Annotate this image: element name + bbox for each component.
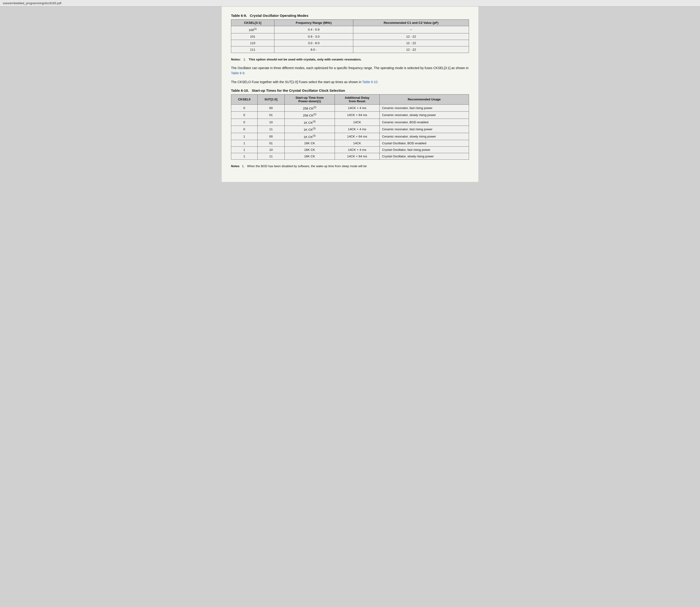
table-610-col4-header: Additional Delay from Reset — [335, 94, 379, 104]
table-69-label: Crystal Oscillator Operating Modes — [250, 14, 308, 18]
body-paragraph-2: The CKSELO Fuse together with the SUT[1:… — [231, 79, 469, 85]
url-text: sses/embedded_programming/doc8183.pdf — [3, 1, 61, 5]
bottom-notes-label: Notes — [231, 164, 239, 168]
bottom-notes-text: When the BOD has been disabled by softwa… — [247, 164, 367, 168]
table-610-col2-header: SUT[1:0] — [257, 94, 284, 104]
body-text-1: The Oscillator can operate in three diff… — [231, 66, 468, 70]
table-69: CKSEL[3:1] Frequency Range (MHz) Recomme… — [231, 19, 469, 53]
table-610-col1-header: CKSEL0 — [231, 94, 258, 104]
table-69-title: Table 6-9. Crystal Oscillator Operating … — [231, 14, 469, 18]
body-text-2: The CKSELO Fuse together with the SUT[1:… — [231, 80, 362, 84]
notes-label: Notes: — [231, 58, 241, 61]
table-69-col2-header: Frequency Range (MHz) — [274, 20, 353, 26]
table-610-num: Table 6-10. — [231, 88, 249, 92]
table-610-col3-header: Start-up Time from Power-down(1) — [284, 94, 335, 104]
table-610-link[interactable]: Table 6-10. — [362, 80, 378, 84]
table-69-num: Table 6-9. — [231, 14, 247, 18]
body-paragraph-1: The Oscillator can operate in three diff… — [231, 65, 469, 76]
bottom-notes-num: 1. — [242, 164, 244, 168]
notes-text: This option should not be used with crys… — [249, 58, 362, 61]
table-69-link[interactable]: Table 6-9. — [231, 71, 245, 75]
table-69-notes: Notes: 1. This option should not be used… — [231, 58, 469, 61]
table-69-col1-header: CKSEL[3:1] — [231, 20, 275, 26]
table-69-col3-header: Recommended C1 and C2 Value (pF) — [353, 20, 469, 26]
notes-num: 1. — [243, 58, 246, 61]
table-610-title: Table 6-10. Start-up Times for the Cryst… — [231, 88, 469, 92]
bottom-notes: Notes 1. When the BOD has been disabled … — [231, 164, 469, 168]
table-610-col5-header: Recommended Usage — [380, 94, 469, 104]
table-610: CKSEL0 SUT[1:0] Start-up Time from Power… — [231, 94, 469, 160]
table-610-label: Start-up Times for the Crystal Oscillato… — [252, 88, 345, 92]
content-area: Table 6-9. Crystal Oscillator Operating … — [222, 6, 478, 182]
browser-url-bar: sses/embedded_programming/doc8183.pdf — [0, 0, 700, 6]
